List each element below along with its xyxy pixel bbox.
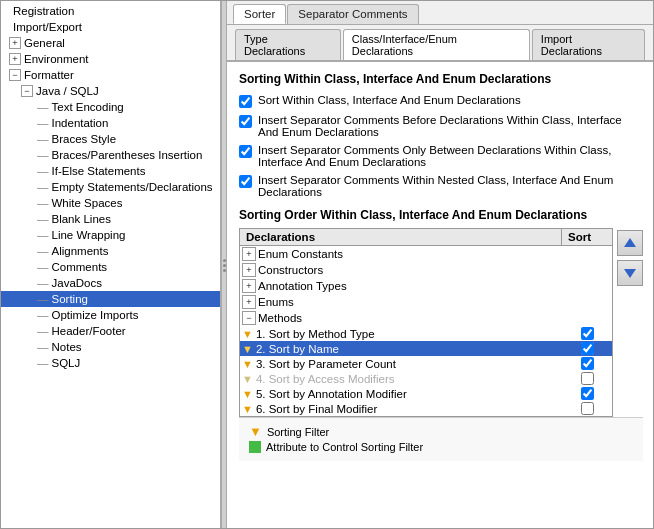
tree-row-sort-method-type[interactable]: ▼ 1. Sort by Method Type — [240, 326, 612, 341]
checkbox-sort-by-name[interactable] — [581, 342, 594, 355]
tree-row-constructors[interactable]: + Constructors — [240, 262, 612, 278]
tree-row-annotation-types[interactable]: + Annotation Types — [240, 278, 612, 294]
sidebar-item-registration[interactable]: Registration — [1, 3, 220, 19]
tree-row-enum-constants[interactable]: + Enum Constants — [240, 246, 612, 262]
sidebar-item-optimize-imports[interactable]: — Optimize Imports — [1, 307, 220, 323]
filter-icon: ▼ — [242, 343, 253, 355]
checkbox-insert-before-label: Insert Separator Comments Before Declara… — [258, 114, 643, 138]
sidebar-item-alignments[interactable]: — Alignments — [1, 243, 220, 259]
checkbox-insert-only-between[interactable] — [239, 145, 252, 158]
checkbox-sort-final-mod[interactable] — [581, 402, 594, 415]
sidebar-item-sqlj[interactable]: — SQLJ — [1, 355, 220, 371]
sidebar-item-general[interactable]: + General — [1, 35, 220, 51]
sidebar-item-label: Notes — [52, 341, 82, 353]
legend-attribute-label: Attribute to Control Sorting Filter — [266, 441, 423, 453]
top-tabs-row: Sorter Separator Comments — [227, 1, 654, 25]
expand-icon[interactable]: − — [9, 69, 21, 81]
sort-table-header: Declarations Sort — [240, 229, 612, 246]
sidebar-item-comments[interactable]: — Comments — [1, 259, 220, 275]
row-label: Enums — [258, 296, 294, 308]
checkbox-row-3: Insert Separator Comments Only Between D… — [239, 144, 643, 168]
checkbox-insert-before[interactable] — [239, 115, 252, 128]
content-area: Sorting Within Class, Interface And Enum… — [227, 62, 654, 529]
sidebar-item-label: Optimize Imports — [52, 309, 139, 321]
expand-icon[interactable]: + — [9, 37, 21, 49]
tree-row-sort-access-mod[interactable]: ▼ 4. Sort by Access Modifiers — [240, 371, 612, 386]
attribute-icon-legend — [249, 441, 261, 453]
expand-btn[interactable]: + — [242, 279, 256, 293]
sidebar-item-label: General — [24, 37, 65, 49]
tree-row-methods[interactable]: − Methods — [240, 310, 612, 326]
filter-icon-legend: ▼ — [249, 424, 262, 439]
sidebar-item-label: Sorting — [52, 293, 88, 305]
col-sort-header: Sort — [562, 229, 612, 245]
sidebar-item-header-footer[interactable]: — Header/Footer — [1, 323, 220, 339]
sidebar-item-label: Indentation — [52, 117, 109, 129]
row-label: Constructors — [258, 264, 323, 276]
row-label: Annotation Types — [258, 280, 347, 292]
sidebar-item-java-sqlj[interactable]: − Java / SQLJ — [1, 83, 220, 99]
sidebar-item-label: JavaDocs — [52, 277, 103, 289]
checkbox-sort-method-type[interactable] — [581, 327, 594, 340]
sidebar-item-label: Braces/Parentheses Insertion — [52, 149, 203, 161]
sidebar-item-environment[interactable]: + Environment — [1, 51, 220, 67]
sidebar-item-formatter[interactable]: − Formatter — [1, 67, 220, 83]
splitter-dot — [223, 259, 226, 262]
sorting-order-title: Sorting Order Within Class, Interface An… — [239, 208, 643, 222]
sort-up-button[interactable] — [617, 230, 643, 256]
checkbox-insert-only-between-label: Insert Separator Comments Only Between D… — [258, 144, 643, 168]
checkbox-sort-access-mod[interactable] — [581, 372, 594, 385]
svg-marker-1 — [624, 269, 636, 278]
sidebar-item-javadocs[interactable]: — JavaDocs — [1, 275, 220, 291]
sidebar-item-import-export[interactable]: Import/Export — [1, 19, 220, 35]
sidebar-item-if-else[interactable]: — If-Else Statements — [1, 163, 220, 179]
sidebar-item-indentation[interactable]: — Indentation — [1, 115, 220, 131]
subtab-class-interface-enum[interactable]: Class/Interface/Enum Declarations — [343, 29, 530, 60]
tree-row-sort-final-mod[interactable]: ▼ 6. Sort by Final Modifier — [240, 401, 612, 416]
sidebar-item-label: SQLJ — [52, 357, 81, 369]
filter-icon: ▼ — [242, 358, 253, 370]
filter-icon: ▼ — [242, 403, 253, 415]
sidebar-item-label: Formatter — [24, 69, 74, 81]
expand-btn[interactable]: + — [242, 295, 256, 309]
expand-btn[interactable]: + — [242, 247, 256, 261]
expand-btn[interactable]: − — [242, 311, 256, 325]
sidebar-item-label: Import/Export — [9, 21, 82, 33]
tree-row-sort-param-count[interactable]: ▼ 3. Sort by Parameter Count — [240, 356, 612, 371]
filter-icon: ▼ — [242, 388, 253, 400]
sorting-within-title: Sorting Within Class, Interface And Enum… — [239, 72, 643, 86]
expand-btn[interactable]: + — [242, 263, 256, 277]
sort-down-button[interactable] — [617, 260, 643, 286]
tree-row-enums[interactable]: + Enums — [240, 294, 612, 310]
checkbox-insert-nested[interactable] — [239, 175, 252, 188]
checkbox-sort-within[interactable] — [239, 95, 252, 108]
legend-row-attribute: Attribute to Control Sorting Filter — [249, 441, 633, 453]
sidebar-item-braces-style[interactable]: — Braces Style — [1, 131, 220, 147]
sidebar-item-blank-lines[interactable]: — Blank Lines — [1, 211, 220, 227]
tab-sorter[interactable]: Sorter — [233, 4, 286, 24]
sidebar-item-notes[interactable]: — Notes — [1, 339, 220, 355]
sidebar-item-white-spaces[interactable]: — White Spaces — [1, 195, 220, 211]
row-label: Methods — [258, 312, 302, 324]
checkbox-row-1: Sort Within Class, Interface And Enum De… — [239, 94, 643, 108]
checkbox-sort-annotation-mod[interactable] — [581, 387, 594, 400]
sidebar-item-sorting[interactable]: — Sorting — [1, 291, 220, 307]
checkbox-sort-within-label: Sort Within Class, Interface And Enum De… — [258, 94, 521, 106]
sidebar-item-label: Alignments — [52, 245, 109, 257]
sidebar-item-empty-statements[interactable]: — Empty Statements/Declarations — [1, 179, 220, 195]
tree-row-sort-annotation-mod[interactable]: ▼ 5. Sort by Annotation Modifier — [240, 386, 612, 401]
subtabs-row: Type Declarations Class/Interface/Enum D… — [227, 25, 654, 62]
svg-marker-0 — [624, 238, 636, 247]
sidebar-item-braces-parentheses[interactable]: — Braces/Parentheses Insertion — [1, 147, 220, 163]
expand-icon[interactable]: + — [9, 53, 21, 65]
subtab-type-declarations[interactable]: Type Declarations — [235, 29, 341, 60]
tree-row-sort-by-name[interactable]: ▼ 2. Sort by Name — [240, 341, 612, 356]
tab-separator-comments[interactable]: Separator Comments — [287, 4, 418, 24]
sidebar-item-line-wrapping[interactable]: — Line Wrapping — [1, 227, 220, 243]
sort-table-container: Declarations Sort + Enum Constants — [239, 228, 643, 417]
expand-icon[interactable]: − — [21, 85, 33, 97]
sidebar-item-text-encoding[interactable]: — Text Encoding — [1, 99, 220, 115]
checkbox-sort-param-count[interactable] — [581, 357, 594, 370]
sidebar-item-label: Blank Lines — [52, 213, 111, 225]
subtab-import-declarations[interactable]: Import Declarations — [532, 29, 645, 60]
